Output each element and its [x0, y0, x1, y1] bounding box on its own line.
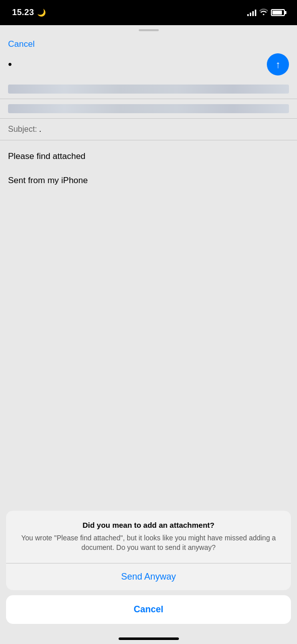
wifi-icon — [259, 9, 268, 17]
status-time: 15.23 — [12, 8, 34, 18]
moon-icon: 🌙 — [37, 9, 46, 17]
battery-icon — [271, 9, 285, 16]
cancel-sheet: Cancel — [6, 595, 291, 624]
cc-field-row[interactable] — [0, 99, 297, 119]
send-anyway-button[interactable]: Send Anyway — [6, 564, 291, 590]
subject-label: Subject: — [8, 125, 37, 134]
compose-toolbar-row: • ↑ — [0, 51, 297, 79]
email-compose-screen: Cancel • ↑ Subject: . Please find attach… — [0, 25, 297, 644]
alert-content: Did you mean to add an attachment? You w… — [6, 511, 291, 555]
attachment-alert-sheet: Did you mean to add an attachment? You w… — [6, 511, 291, 590]
alert-message: You wrote "Please find attached", but it… — [14, 533, 283, 553]
to-field-row[interactable] — [0, 79, 297, 99]
alert-title: Did you mean to add an attachment? — [14, 521, 283, 529]
compose-header: Cancel — [0, 33, 297, 51]
subject-row[interactable]: Subject: . — [0, 119, 297, 140]
subject-value: . — [39, 125, 41, 134]
body-line-2: Sent from my iPhone — [8, 175, 289, 187]
cc-field-blurred — [8, 104, 289, 113]
home-indicator — [119, 637, 179, 640]
status-bar: 15.23 🌙 — [0, 0, 297, 25]
send-button[interactable]: ↑ — [267, 53, 289, 75]
body-line-1: Please find attached — [8, 150, 289, 163]
alert-cancel-button[interactable]: Cancel — [6, 595, 291, 624]
drag-indicator — [0, 25, 297, 33]
compose-cancel-button[interactable]: Cancel — [8, 37, 35, 51]
signal-bars-icon — [247, 9, 256, 16]
alert-overlay: Did you mean to add an attachment? You w… — [0, 511, 297, 644]
bullet-point: • — [8, 58, 12, 71]
email-body[interactable]: Please find attached Sent from my iPhone — [0, 140, 297, 197]
status-icons — [247, 9, 285, 17]
to-field-blurred — [8, 85, 289, 94]
send-arrow-icon: ↑ — [275, 59, 280, 69]
empty-body-space — [0, 197, 297, 368]
